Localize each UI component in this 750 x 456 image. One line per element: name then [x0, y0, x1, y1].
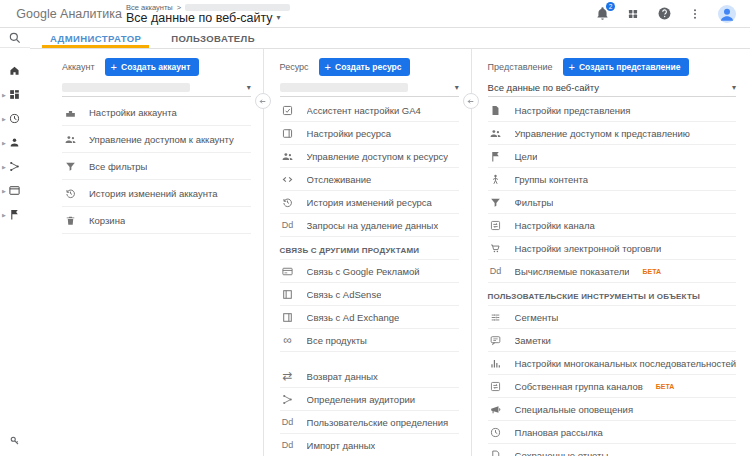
- menu-item[interactable]: Настройки электронной торговли: [488, 237, 736, 260]
- menu-item-label: Управление доступом к ресурсу: [307, 151, 448, 162]
- menu-item[interactable]: DdПользовательские определения: [280, 411, 459, 434]
- menu-item[interactable]: DdИмпорт данных: [280, 434, 459, 456]
- dd-icon: Dd: [280, 220, 296, 230]
- trash-icon: [62, 214, 78, 227]
- sidebar-item-home[interactable]: [0, 59, 30, 83]
- menu-item[interactable]: Сохраненные отчеты: [488, 444, 736, 456]
- create-view-button[interactable]: + Создать представление: [563, 58, 690, 76]
- menu-item[interactable]: ⇄Возврат данных: [280, 365, 459, 388]
- menu-item[interactable]: Все фильтры: [62, 153, 251, 180]
- tab-user[interactable]: ПОЛЬЗОВАТЕЛЬ: [169, 28, 257, 48]
- menu-item[interactable]: Связь с Ad Exchange: [280, 306, 459, 329]
- chevron-down-icon: ▾: [277, 14, 281, 22]
- sidebar-item-customization-grid[interactable]: ▶: [0, 83, 30, 107]
- menu-item[interactable]: Настройки представления: [488, 99, 736, 122]
- menu-item[interactable]: Фильтры: [488, 191, 736, 214]
- menu-item[interactable]: Настройки канала: [488, 214, 736, 237]
- collapse-property-column-button[interactable]: [463, 93, 479, 109]
- menu-item[interactable]: Плановая рассылка: [488, 421, 736, 444]
- property-column-label: Ресурс: [280, 62, 309, 72]
- menu-item-label: Отслеживание: [307, 174, 372, 185]
- section-header: ПОЛЬЗОВАТЕЛЬСКИЕ ИНСТРУМЕНТЫ И ОБЪЕКТЫ: [488, 283, 736, 306]
- menu-item[interactable]: История изменений ресурса: [280, 191, 459, 214]
- menu-item-label: Настройки многоканальных последовательно…: [515, 358, 736, 369]
- audience-person-icon: [8, 136, 22, 150]
- menu-item[interactable]: Отслеживание: [280, 168, 459, 191]
- menu-item[interactable]: Специальные оповещения: [488, 398, 736, 421]
- filter-icon: [488, 196, 504, 209]
- book-icon: [280, 288, 296, 301]
- menu-item-label: Связь с Ad Exchange: [307, 312, 400, 323]
- expand-caret-icon: ▶: [2, 116, 6, 122]
- menu-item[interactable]: Связь с Google Рекламой: [280, 260, 459, 283]
- google-analytics-logo[interactable]: Google Аналитика: [0, 5, 122, 22]
- acquisition-branch-icon: [8, 160, 22, 174]
- account-title-block: Все аккаунты > Все данные по веб-сайту ▾: [122, 3, 290, 25]
- checklist-icon: [280, 104, 296, 117]
- menu-item[interactable]: Настройки многоканальных последовательно…: [488, 352, 736, 375]
- account-column-label: Аккаунт: [62, 62, 95, 72]
- menu-item[interactable]: Собственная группа каналовБЕТА: [488, 375, 736, 398]
- page-title[interactable]: Все данные по веб-сайту ▾: [126, 12, 290, 25]
- menu-item[interactable]: История изменений аккаунта: [62, 180, 251, 207]
- view-selector[interactable]: Все данные по веб-сайту ▾: [488, 78, 736, 97]
- create-property-button[interactable]: + Создать ресурс: [319, 58, 411, 76]
- sidebar-item-acquisition-branch[interactable]: ▶: [0, 155, 30, 179]
- search-icon[interactable]: [0, 28, 30, 48]
- channel-box-icon: [488, 380, 504, 393]
- menu-item[interactable]: DdВычисляемые показателиБЕТА: [488, 260, 736, 283]
- menu-item-label: Корзина: [89, 215, 125, 226]
- panel-icon: [280, 127, 296, 140]
- menu-item[interactable]: Сегменты: [488, 306, 736, 329]
- help-icon[interactable]: [656, 6, 672, 22]
- tab-administrator[interactable]: АДМИНИСТРАТОР: [48, 28, 143, 48]
- admin-content: Аккаунт + Создать аккаунт ▾ Настройки ак…: [30, 49, 750, 456]
- notifications-bell-icon[interactable]: 2: [594, 6, 610, 22]
- apps-grid-icon[interactable]: [625, 6, 641, 22]
- sidebar-item-behavior-window[interactable]: ▶: [0, 179, 30, 203]
- menu-item[interactable]: Настройки аккаунта: [62, 99, 251, 126]
- person-walk-icon: [488, 173, 504, 186]
- menu-item[interactable]: Заметки: [488, 329, 736, 352]
- create-account-label: Создать аккаунт: [121, 62, 190, 72]
- megaphone-icon: [488, 403, 504, 416]
- menu-item[interactable]: ∞Все продукты: [280, 329, 459, 352]
- dd-icon: Dd: [280, 417, 296, 427]
- menu-item[interactable]: Управление доступом к аккаунту: [62, 126, 251, 153]
- conversions-flag-icon: [8, 208, 22, 222]
- breadcrumb-separator: >: [177, 4, 181, 12]
- menu-item[interactable]: Определения аудитории: [280, 388, 459, 411]
- more-vertical-icon[interactable]: [687, 6, 703, 22]
- expand-caret-icon: ▶: [2, 140, 6, 146]
- breadcrumb[interactable]: Все аккаунты >: [126, 4, 290, 12]
- plus-icon: +: [111, 63, 117, 71]
- dropdown-caret-icon: ▾: [732, 83, 736, 92]
- menu-item[interactable]: Корзина: [62, 207, 251, 234]
- create-account-button[interactable]: + Создать аккаунт: [105, 58, 200, 76]
- collapse-account-column-button[interactable]: [255, 93, 271, 109]
- sidebar-item-realtime-clock[interactable]: ▶: [0, 107, 30, 131]
- audience-branch-icon: [280, 393, 296, 406]
- attribution-key-icon[interactable]: [0, 434, 30, 448]
- sidebar-item-audience-person[interactable]: ▶: [0, 131, 30, 155]
- menu-item[interactable]: Настройки ресурса: [280, 122, 459, 145]
- menu-item[interactable]: Ассистент настройки GA4: [280, 99, 459, 122]
- app-header: Google Аналитика Все аккаунты > Все данн…: [0, 0, 750, 28]
- property-selector[interactable]: ▾: [280, 78, 459, 97]
- menu-item[interactable]: Управление доступом к ресурсу: [280, 145, 459, 168]
- avatar[interactable]: [718, 5, 736, 23]
- menu-item[interactable]: Группы контента: [488, 168, 736, 191]
- expand-caret-icon: ▶: [2, 92, 6, 98]
- menu-item[interactable]: Связь с AdSense: [280, 283, 459, 306]
- menu-item-label: История изменений аккаунта: [89, 188, 218, 199]
- property-column: Ресурс + Создать ресурс ▾ Ассистент наст…: [264, 49, 471, 456]
- menu-item[interactable]: Управление доступом к представлению: [488, 122, 736, 145]
- segments-icon: [488, 311, 504, 324]
- flag-icon: [488, 150, 504, 163]
- menu-item[interactable]: DdЗапросы на удаление данных: [280, 214, 459, 237]
- menu-item[interactable]: Цели: [488, 145, 736, 168]
- menu-item-label: Цели: [515, 151, 538, 162]
- sidebar-item-conversions-flag[interactable]: ▶: [0, 203, 30, 227]
- account-selector[interactable]: ▾: [62, 78, 251, 97]
- nav-rail: ▶▶▶▶▶▶: [0, 28, 30, 456]
